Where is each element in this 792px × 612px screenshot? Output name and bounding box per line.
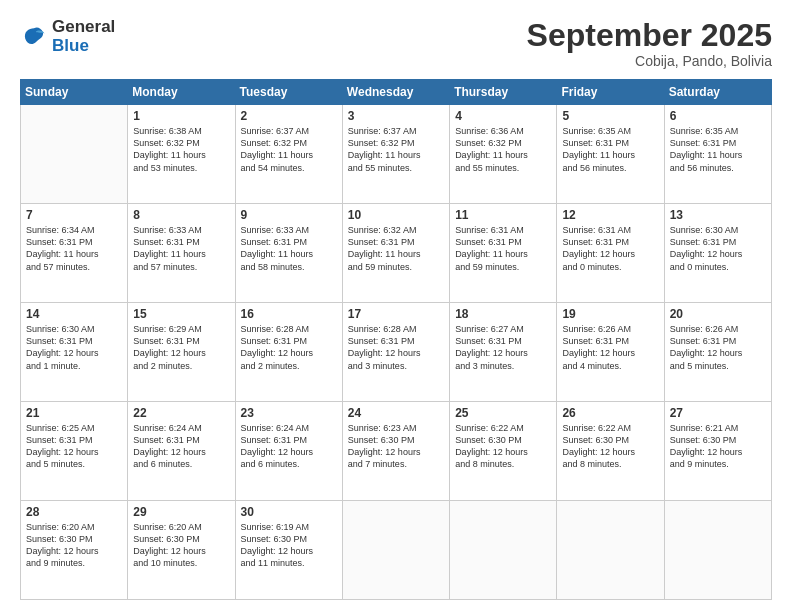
day-number: 14: [26, 307, 122, 321]
month-title: September 2025: [527, 18, 772, 53]
calendar-cell: 1Sunrise: 6:38 AM Sunset: 6:32 PM Daylig…: [128, 105, 235, 204]
day-number: 4: [455, 109, 551, 123]
day-info: Sunrise: 6:29 AM Sunset: 6:31 PM Dayligh…: [133, 323, 229, 372]
weekday-row: SundayMondayTuesdayWednesdayThursdayFrid…: [21, 80, 772, 105]
day-number: 16: [241, 307, 337, 321]
day-number: 13: [670, 208, 766, 222]
calendar-cell: 20Sunrise: 6:26 AM Sunset: 6:31 PM Dayli…: [664, 303, 771, 402]
day-number: 9: [241, 208, 337, 222]
day-info: Sunrise: 6:30 AM Sunset: 6:31 PM Dayligh…: [670, 224, 766, 273]
calendar-cell: 3Sunrise: 6:37 AM Sunset: 6:32 PM Daylig…: [342, 105, 449, 204]
calendar-week-3: 14Sunrise: 6:30 AM Sunset: 6:31 PM Dayli…: [21, 303, 772, 402]
logo-icon: [20, 23, 48, 51]
calendar-cell: 17Sunrise: 6:28 AM Sunset: 6:31 PM Dayli…: [342, 303, 449, 402]
calendar-cell: [21, 105, 128, 204]
day-info: Sunrise: 6:37 AM Sunset: 6:32 PM Dayligh…: [241, 125, 337, 174]
day-number: 23: [241, 406, 337, 420]
calendar-cell: 28Sunrise: 6:20 AM Sunset: 6:30 PM Dayli…: [21, 501, 128, 600]
calendar-cell: 13Sunrise: 6:30 AM Sunset: 6:31 PM Dayli…: [664, 204, 771, 303]
day-number: 2: [241, 109, 337, 123]
day-info: Sunrise: 6:36 AM Sunset: 6:32 PM Dayligh…: [455, 125, 551, 174]
day-info: Sunrise: 6:28 AM Sunset: 6:31 PM Dayligh…: [348, 323, 444, 372]
day-number: 1: [133, 109, 229, 123]
day-info: Sunrise: 6:37 AM Sunset: 6:32 PM Dayligh…: [348, 125, 444, 174]
day-number: 3: [348, 109, 444, 123]
day-info: Sunrise: 6:22 AM Sunset: 6:30 PM Dayligh…: [455, 422, 551, 471]
day-info: Sunrise: 6:23 AM Sunset: 6:30 PM Dayligh…: [348, 422, 444, 471]
day-info: Sunrise: 6:26 AM Sunset: 6:31 PM Dayligh…: [562, 323, 658, 372]
day-info: Sunrise: 6:25 AM Sunset: 6:31 PM Dayligh…: [26, 422, 122, 471]
calendar-cell: 11Sunrise: 6:31 AM Sunset: 6:31 PM Dayli…: [450, 204, 557, 303]
weekday-header-wednesday: Wednesday: [342, 80, 449, 105]
day-info: Sunrise: 6:38 AM Sunset: 6:32 PM Dayligh…: [133, 125, 229, 174]
calendar-cell: 15Sunrise: 6:29 AM Sunset: 6:31 PM Dayli…: [128, 303, 235, 402]
day-info: Sunrise: 6:27 AM Sunset: 6:31 PM Dayligh…: [455, 323, 551, 372]
calendar-cell: 19Sunrise: 6:26 AM Sunset: 6:31 PM Dayli…: [557, 303, 664, 402]
day-info: Sunrise: 6:30 AM Sunset: 6:31 PM Dayligh…: [26, 323, 122, 372]
calendar-body: 1Sunrise: 6:38 AM Sunset: 6:32 PM Daylig…: [21, 105, 772, 600]
calendar-header: SundayMondayTuesdayWednesdayThursdayFrid…: [21, 80, 772, 105]
calendar-cell: 29Sunrise: 6:20 AM Sunset: 6:30 PM Dayli…: [128, 501, 235, 600]
day-number: 12: [562, 208, 658, 222]
day-number: 24: [348, 406, 444, 420]
day-number: 21: [26, 406, 122, 420]
day-number: 20: [670, 307, 766, 321]
calendar-cell: [450, 501, 557, 600]
day-info: Sunrise: 6:33 AM Sunset: 6:31 PM Dayligh…: [241, 224, 337, 273]
day-number: 8: [133, 208, 229, 222]
calendar-week-1: 1Sunrise: 6:38 AM Sunset: 6:32 PM Daylig…: [21, 105, 772, 204]
logo-line1: General: [52, 18, 115, 37]
day-info: Sunrise: 6:31 AM Sunset: 6:31 PM Dayligh…: [455, 224, 551, 273]
calendar-cell: 23Sunrise: 6:24 AM Sunset: 6:31 PM Dayli…: [235, 402, 342, 501]
page: General Blue September 2025 Cobija, Pand…: [0, 0, 792, 612]
calendar-cell: 24Sunrise: 6:23 AM Sunset: 6:30 PM Dayli…: [342, 402, 449, 501]
calendar-week-5: 28Sunrise: 6:20 AM Sunset: 6:30 PM Dayli…: [21, 501, 772, 600]
calendar-cell: 26Sunrise: 6:22 AM Sunset: 6:30 PM Dayli…: [557, 402, 664, 501]
day-number: 7: [26, 208, 122, 222]
weekday-header-friday: Friday: [557, 80, 664, 105]
calendar-cell: 27Sunrise: 6:21 AM Sunset: 6:30 PM Dayli…: [664, 402, 771, 501]
calendar-week-2: 7Sunrise: 6:34 AM Sunset: 6:31 PM Daylig…: [21, 204, 772, 303]
calendar-cell: [557, 501, 664, 600]
day-number: 6: [670, 109, 766, 123]
calendar-cell: 14Sunrise: 6:30 AM Sunset: 6:31 PM Dayli…: [21, 303, 128, 402]
day-number: 27: [670, 406, 766, 420]
day-number: 17: [348, 307, 444, 321]
calendar-cell: 16Sunrise: 6:28 AM Sunset: 6:31 PM Dayli…: [235, 303, 342, 402]
day-number: 15: [133, 307, 229, 321]
weekday-header-thursday: Thursday: [450, 80, 557, 105]
day-number: 26: [562, 406, 658, 420]
day-info: Sunrise: 6:31 AM Sunset: 6:31 PM Dayligh…: [562, 224, 658, 273]
calendar-cell: 4Sunrise: 6:36 AM Sunset: 6:32 PM Daylig…: [450, 105, 557, 204]
day-info: Sunrise: 6:32 AM Sunset: 6:31 PM Dayligh…: [348, 224, 444, 273]
calendar-cell: 22Sunrise: 6:24 AM Sunset: 6:31 PM Dayli…: [128, 402, 235, 501]
day-number: 19: [562, 307, 658, 321]
day-info: Sunrise: 6:35 AM Sunset: 6:31 PM Dayligh…: [562, 125, 658, 174]
calendar-cell: 2Sunrise: 6:37 AM Sunset: 6:32 PM Daylig…: [235, 105, 342, 204]
title-block: September 2025 Cobija, Pando, Bolivia: [527, 18, 772, 69]
calendar-week-4: 21Sunrise: 6:25 AM Sunset: 6:31 PM Dayli…: [21, 402, 772, 501]
calendar-cell: 18Sunrise: 6:27 AM Sunset: 6:31 PM Dayli…: [450, 303, 557, 402]
day-info: Sunrise: 6:21 AM Sunset: 6:30 PM Dayligh…: [670, 422, 766, 471]
weekday-header-tuesday: Tuesday: [235, 80, 342, 105]
day-info: Sunrise: 6:20 AM Sunset: 6:30 PM Dayligh…: [26, 521, 122, 570]
day-number: 30: [241, 505, 337, 519]
calendar-cell: 30Sunrise: 6:19 AM Sunset: 6:30 PM Dayli…: [235, 501, 342, 600]
day-number: 22: [133, 406, 229, 420]
calendar-cell: 21Sunrise: 6:25 AM Sunset: 6:31 PM Dayli…: [21, 402, 128, 501]
calendar-cell: 12Sunrise: 6:31 AM Sunset: 6:31 PM Dayli…: [557, 204, 664, 303]
day-info: Sunrise: 6:33 AM Sunset: 6:31 PM Dayligh…: [133, 224, 229, 273]
calendar-cell: 8Sunrise: 6:33 AM Sunset: 6:31 PM Daylig…: [128, 204, 235, 303]
calendar-cell: [664, 501, 771, 600]
calendar-cell: 9Sunrise: 6:33 AM Sunset: 6:31 PM Daylig…: [235, 204, 342, 303]
day-number: 25: [455, 406, 551, 420]
day-number: 10: [348, 208, 444, 222]
calendar-cell: 10Sunrise: 6:32 AM Sunset: 6:31 PM Dayli…: [342, 204, 449, 303]
calendar-cell: 5Sunrise: 6:35 AM Sunset: 6:31 PM Daylig…: [557, 105, 664, 204]
day-info: Sunrise: 6:24 AM Sunset: 6:31 PM Dayligh…: [133, 422, 229, 471]
weekday-header-saturday: Saturday: [664, 80, 771, 105]
weekday-header-sunday: Sunday: [21, 80, 128, 105]
calendar-cell: 25Sunrise: 6:22 AM Sunset: 6:30 PM Dayli…: [450, 402, 557, 501]
day-info: Sunrise: 6:28 AM Sunset: 6:31 PM Dayligh…: [241, 323, 337, 372]
calendar-cell: 7Sunrise: 6:34 AM Sunset: 6:31 PM Daylig…: [21, 204, 128, 303]
